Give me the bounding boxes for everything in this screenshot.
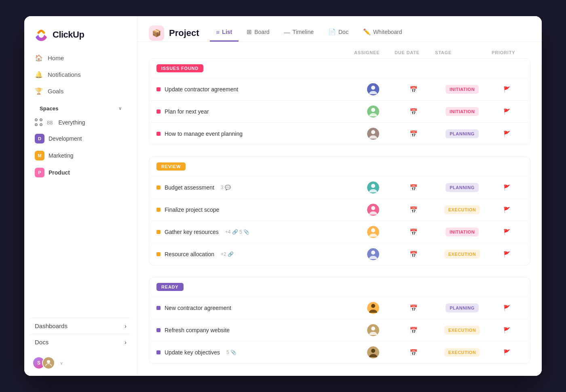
task-meta: +2 🔗 xyxy=(221,251,234,257)
avatar xyxy=(367,204,379,216)
sidebar-item-marketing-label: Marketing xyxy=(49,152,73,159)
sidebar-item-product-label: Product xyxy=(49,169,70,176)
task-name: Update key objectives 5 📎 xyxy=(156,349,353,356)
table-row[interactable]: How to manage event planning 📅 xyxy=(149,122,530,145)
tab-doc[interactable]: 📄 Doc xyxy=(322,24,355,42)
avatar xyxy=(367,226,379,238)
task-assignee xyxy=(353,226,393,238)
docs-label: Docs xyxy=(35,339,49,346)
task-date: 📅 xyxy=(393,108,434,116)
svg-point-16 xyxy=(371,304,375,308)
task-date: 📅 xyxy=(393,251,434,258)
table-row[interactable]: New contractor agreement 📅 xyxy=(149,297,530,319)
tab-whiteboard[interactable]: ✏️ Whiteboard xyxy=(357,24,409,42)
tab-list[interactable]: ≡ List xyxy=(210,25,239,42)
task-name: Update contractor agreement xyxy=(156,86,353,93)
task-priority: 🚩 xyxy=(490,131,523,137)
col-task xyxy=(155,50,354,55)
task-stage: EXECUTION xyxy=(434,326,490,335)
task-date: 📅 xyxy=(393,304,434,312)
sidebar-item-notifications-label: Notifications xyxy=(48,71,81,78)
svg-point-6 xyxy=(371,130,375,134)
task-assignee xyxy=(353,128,393,140)
docs-text: Docs xyxy=(35,339,49,346)
table-area: ASSIGNEE DUE DATE STAGE PRIORITY ISSUES … xyxy=(137,42,542,376)
tab-board[interactable]: ⊞ Board xyxy=(240,24,276,42)
tab-timeline[interactable]: — Timeline xyxy=(278,25,320,42)
task-priority: 🚩 xyxy=(490,327,523,333)
sidebar-item-home[interactable]: 🏠 Home xyxy=(29,50,132,66)
avatar xyxy=(367,346,379,358)
table-row[interactable]: Gather key resources +4 🔗 5 📎 📅 xyxy=(149,221,530,243)
sidebar-sections: Dashboards › Docs › xyxy=(24,318,137,350)
sidebar-item-development-label: Development xyxy=(49,135,82,142)
spaces-header: Spaces ∨ xyxy=(29,100,132,115)
table-row[interactable]: Update key objectives 5 📎 📅 xyxy=(149,341,530,363)
bell-icon: 🔔 xyxy=(35,71,43,78)
sidebar-item-marketing[interactable]: M Marketing xyxy=(29,147,132,164)
task-assignee xyxy=(353,204,393,216)
task-dot-yellow xyxy=(156,185,161,190)
task-assignee xyxy=(353,346,393,358)
svg-point-14 xyxy=(371,251,375,255)
task-date: 📅 xyxy=(393,349,434,356)
ready-header: READY xyxy=(149,277,530,297)
issues-header: ISSUES FOUND xyxy=(149,59,530,78)
task-date: 📅 xyxy=(393,228,434,236)
stage-badge: PLANNING xyxy=(446,129,478,138)
sidebar-item-goals[interactable]: 🏆 Goals xyxy=(29,83,132,99)
svg-point-12 xyxy=(371,228,375,232)
spaces-chevron-icon[interactable]: ∨ xyxy=(118,106,122,111)
avatar xyxy=(367,181,379,194)
table-row[interactable]: Refresh company website 📅 xyxy=(149,319,530,341)
section-review: REVIEW Budget assessment 3 💬 xyxy=(149,156,530,266)
task-priority: 🚩 xyxy=(490,86,523,93)
avatar xyxy=(367,105,379,118)
svg-point-8 xyxy=(371,184,375,188)
logo-area[interactable]: ClickUp xyxy=(24,16,137,50)
user-chevron-icon[interactable]: ∨ xyxy=(60,360,63,366)
section-ready: READY New contractor agreement xyxy=(149,277,530,364)
sidebar-item-dashboards[interactable]: Dashboards › xyxy=(29,318,132,334)
product-badge: P xyxy=(35,168,44,177)
table-row[interactable]: Update contractor agreement 📅 xyxy=(149,78,530,100)
table-row[interactable]: Finalize project scope 📅 E xyxy=(149,198,530,221)
table-row[interactable]: Plan for next year 📅 INITI xyxy=(149,100,530,122)
sidebar-item-notifications[interactable]: 🔔 Notifications xyxy=(29,67,132,82)
col-due-date: DUE DATE xyxy=(395,50,435,55)
task-priority: 🚩 xyxy=(490,229,523,235)
stage-badge: INITIATION xyxy=(446,85,479,94)
tab-board-label: Board xyxy=(254,29,269,35)
svg-point-0 xyxy=(47,360,50,363)
task-stage: EXECUTION xyxy=(434,348,490,357)
sidebar-item-docs[interactable]: Docs › xyxy=(29,334,132,350)
review-badge: REVIEW xyxy=(156,162,186,171)
col-assignee: ASSIGNEE xyxy=(354,50,395,55)
table-row[interactable]: Resource allocation +2 🔗 📅 xyxy=(149,243,530,265)
col-priority: PRIORITY xyxy=(492,50,524,55)
task-name: Finalize project scope xyxy=(156,207,353,213)
board-icon: ⊞ xyxy=(247,28,252,36)
table-row[interactable]: Budget assessment 3 💬 📅 xyxy=(149,176,530,198)
task-name: Refresh company website xyxy=(156,327,353,333)
avatar xyxy=(367,324,379,336)
development-badge: D xyxy=(35,134,44,143)
svg-point-20 xyxy=(371,349,375,353)
sidebar-item-everything[interactable]: 88 Everything xyxy=(29,115,132,130)
avatar-stack[interactable]: S xyxy=(32,356,55,369)
task-assignee xyxy=(353,324,393,336)
sidebar-item-development[interactable]: D Development xyxy=(29,130,132,147)
logo-text: ClickUp xyxy=(53,30,84,40)
task-name: Gather key resources +4 🔗 5 📎 xyxy=(156,229,353,235)
clickup-logo-icon xyxy=(34,27,49,42)
task-name: How to manage event planning xyxy=(156,131,353,137)
main-header: 📦 Project ≡ List ⊞ Board — Timeline 📄 Do… xyxy=(137,16,542,42)
sidebar-item-product[interactable]: P Product xyxy=(29,164,132,181)
marketing-badge: M xyxy=(35,151,44,160)
sidebar-item-home-label: Home xyxy=(48,55,64,61)
project-icon: 📦 xyxy=(149,25,164,41)
tab-whiteboard-label: Whiteboard xyxy=(373,29,402,35)
dashboards-chevron-icon: › xyxy=(125,322,127,329)
user-avatar-person xyxy=(42,356,55,369)
trophy-icon: 🏆 xyxy=(35,87,43,95)
